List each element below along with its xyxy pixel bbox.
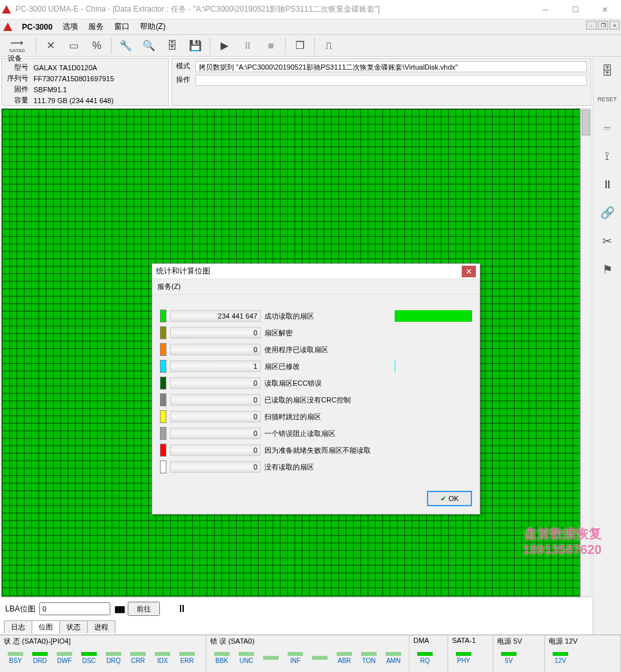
stat-swatch [160,377,166,390]
mdi-minimize[interactable]: - [586,21,596,30]
op-value [195,75,587,86]
stat-label: 读取扇区ECC错误 [264,379,322,388]
reset-icon[interactable]: RESET [597,89,618,110]
head-icon[interactable]: ⟟ [597,146,618,166]
stat-label: 扫描时跳过的扇区 [264,412,321,422]
ok-button[interactable]: ✔OK [427,491,472,506]
stat-row: 0 读取扇区ECC错误 [160,375,472,391]
stat-percent-bar [395,361,472,372]
stat-count: 0 [170,411,261,422]
led-dwf: DWF [53,652,76,664]
stat-percent-bar [395,344,472,355]
disk-icon[interactable]: 💾 [184,36,206,55]
cylinder-icon[interactable]: 🗄 [597,61,618,81]
flag-icon[interactable]: ⚑ [597,259,618,280]
lba-row: LBA位图 ▮▮▮ 前往 ⏸ [0,598,593,619]
stat-swatch [160,326,166,339]
device-capacity-row: 容量111.79 GB (234 441 648) [7,95,114,105]
device-model-row: 型号GALAX TA1D0120A [7,63,114,72]
stat-swatch [160,310,166,322]
stat-count: 0 [170,394,261,406]
stat-count: 1 [170,361,261,372]
stat-percent-bar [395,327,472,339]
device-legend: 设备 [6,54,24,63]
mode-label: 模式 [176,61,195,72]
binoculars-icon[interactable]: 🔍 [138,36,160,55]
minimize-button[interactable]: ─ [531,1,560,19]
mode-panel: 模式拷贝数据到 "A:\PC3000\20190521影驰PS3111二次恢复金… [172,58,591,106]
settings-icon[interactable]: ⎍ [318,36,340,55]
play-icon[interactable]: ▶ [213,36,235,55]
stat-row: 0 因为准备就绪失败而扇区不能读取 [160,442,472,459]
stat-label: 已读取的扇区没有CRC控制 [264,395,351,405]
menu-services[interactable]: 服务 [83,20,109,34]
stat-label: 使用程序已读取扇区 [264,345,328,355]
stat-swatch [160,343,166,356]
stat-percent-bar [395,377,472,389]
stat-swatch [160,410,166,423]
stat-swatch [160,427,166,440]
stat-row: 0 扇区解密 [160,324,472,341]
stat-count: 0 [170,377,261,389]
tab-bitmap[interactable]: 位图 [32,620,60,633]
mdi-close[interactable]: × [609,21,620,30]
stat-label: 因为准备就绪失败而扇区不能读取 [264,446,371,455]
copy-icon[interactable]: ❐ [289,36,311,55]
led-err: ERR [175,652,199,664]
lba-pause-icon[interactable]: ⏸ [177,603,187,615]
tools-icon[interactable]: ✕ [39,36,61,55]
sata-button[interactable]: ⟿SATA0 [1,36,32,55]
menu-app-label[interactable]: PC-3000 [17,21,57,33]
led-dsc: DSC [77,652,101,664]
tab-process[interactable]: 进程 [87,620,115,633]
wrench-icon[interactable]: 🔧 [115,36,137,55]
stat-row: 0 扫描时跳过的扇区 [160,408,472,425]
sector-map-scrollbar[interactable] [580,108,591,597]
maximize-button[interactable]: ☐ [560,1,590,19]
goto-button[interactable]: 前往 [128,602,160,616]
menu-bar: PC-3000 选项 服务 窗口 帮助(Z) - ❐ × [0,19,621,35]
stat-count: 0 [170,428,261,439]
stat-percent-bar [395,411,472,422]
stat-percent-bar [395,310,472,322]
menu-options[interactable]: 选项 [57,20,83,34]
clip-icon[interactable]: ✂ [597,231,618,252]
mode-value: 拷贝数据到 "A:\PC3000\20190521影驰PS3111二次恢复金碟账… [195,61,587,72]
link-icon[interactable]: 🔗 [597,203,618,223]
chip-icon[interactable]: ▭ [63,36,84,55]
percent-icon[interactable]: % [86,36,108,55]
plug-icon[interactable]: ⎓ [597,117,618,138]
mdi-restore[interactable]: ❐ [598,21,608,30]
led-inf: INF [284,652,307,664]
menu-help[interactable]: 帮助(Z) [135,20,170,34]
status-group-5-title: 电源 5V [497,637,540,646]
stat-swatch [160,360,166,373]
svg-marker-0 [2,5,11,14]
status-group-4-title: SATA-1 [452,637,489,646]
dialog-menu[interactable]: 服务(Z) [152,279,480,295]
led-12v: 12V [549,652,572,664]
stat-swatch [160,444,166,457]
app-small-icon [3,22,13,32]
vbar-pause-icon[interactable]: ⏸ [597,174,618,195]
close-button[interactable]: ✕ [590,1,620,19]
stat-percent-bar [395,461,472,473]
led-bsy: BSY [4,652,27,664]
title-bar: PC-3000 UDMA-E - China - [Data Extractor… [0,0,621,19]
led-5v: 5V [497,652,520,664]
tab-log[interactable]: 日志 [4,620,32,633]
lba-input[interactable] [39,602,110,615]
dialog-close-button[interactable]: ✕ [462,266,476,277]
menu-window[interactable]: 窗口 [109,20,135,34]
led-ton: TON [357,652,380,664]
tab-status[interactable]: 状态 [59,620,88,633]
stat-swatch [160,460,166,473]
window-title: PC-3000 UDMA-E - China - [Data Extractor… [15,4,531,15]
stat-swatch [160,393,166,406]
stat-label: 扇区已修改 [264,362,300,371]
database-icon[interactable]: 🗄 [161,36,183,55]
stop-icon[interactable]: ■ [260,36,282,55]
pause-icon[interactable]: ⏸ [237,36,259,55]
status-group-6-title: 电源 12V [549,637,616,646]
lba-bars-icon[interactable]: ▮▮▮ [114,604,124,614]
